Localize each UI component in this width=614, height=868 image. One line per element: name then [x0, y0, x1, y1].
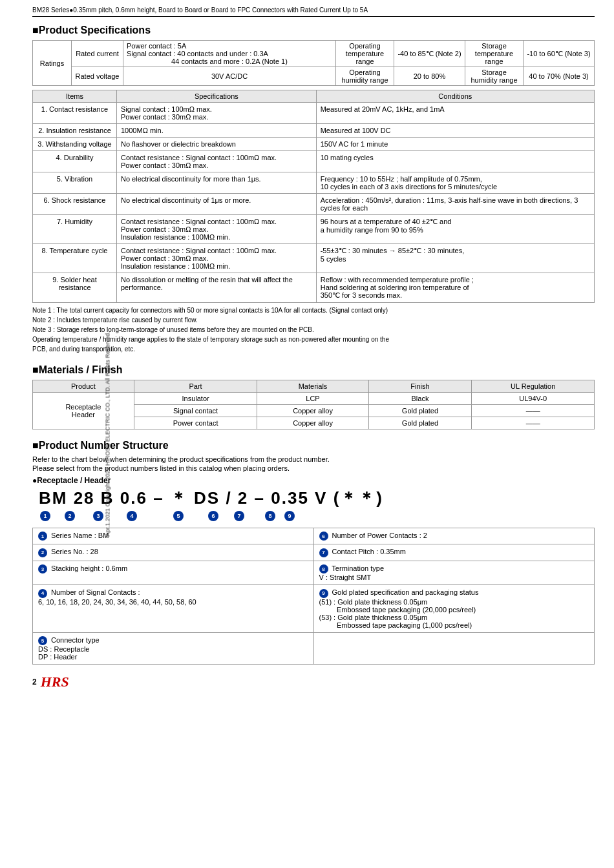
col-conditions: Conditions	[316, 90, 594, 103]
legend-circle-1: 1	[38, 532, 47, 541]
product-specs-title-text: ■Product Specifications	[32, 25, 151, 36]
legend-circle-4: 4	[38, 589, 47, 598]
note-line: PCB, and during transportation, etc.	[32, 344, 595, 354]
legend-label-2: Series No. : 28	[51, 548, 98, 555]
mat-row: ReceptacleHeaderInsulatorLCPBlackUL94V-0	[33, 393, 595, 405]
circle-9: 9	[284, 511, 295, 521]
mat-col-header: Part	[134, 380, 257, 393]
page-header: BM28 Series●0.35mm pitch, 0.6mm height, …	[32, 6, 595, 17]
mat-ul: ——	[472, 417, 595, 429]
legend-table: 1 Series Name : BM 6 Number of Power Con…	[32, 528, 595, 665]
spec-spec: Signal contact : 100mΩ max.Power contact…	[117, 103, 317, 124]
spec-spec: No dissolution or melting of the resin t…	[117, 273, 317, 303]
rc-val1: Power contact : 5A	[127, 42, 332, 50]
note-line: Operating temperature / humidity range a…	[32, 335, 595, 344]
vertical-side-text: Apr.1.2021 Copyright 2021 HIROSE ELECTRI…	[104, 332, 111, 537]
spec-spec: Contact resistance : Signal contact : 10…	[117, 215, 317, 244]
note-line: Note 1 : The total current capacity for …	[32, 305, 595, 315]
legend-cell-5b	[313, 632, 595, 665]
spec-row: 3. Withstanding voltageNo flashover or d…	[33, 138, 595, 151]
spec-item: 2. Insulation resistance	[33, 124, 117, 138]
legend-cell-2b: 7 Contact Pitch : 0.35mm	[313, 544, 595, 561]
product-number-section: ■Product Number Structure Refer to the c…	[32, 440, 595, 665]
spec-item: 4. Durability	[33, 151, 117, 172]
legend-circle-7: 7	[319, 548, 328, 557]
legend-row-1: 1 Series Name : BM 6 Number of Power Con…	[33, 528, 595, 544]
mat-ul: UL94V-0	[472, 393, 595, 405]
page-number: 2	[32, 677, 37, 687]
materials-finish-section: ■Materials / Finish ProductPartMaterials…	[32, 364, 595, 429]
legend-cell-5a: 5 Connector typeDS : ReceptacleDP : Head…	[33, 632, 314, 665]
legend-row-2: 2 Series No. : 28 7 Contact Pitch : 0.35…	[33, 544, 595, 561]
rated-voltage-label: Rated voltage	[72, 67, 123, 86]
op-hum-label: Operating humidity range	[336, 67, 394, 86]
spec-spec: No electrical discontinuity for more tha…	[117, 172, 317, 194]
spec-row: 5. VibrationNo electrical discontinuity …	[33, 172, 595, 194]
note-line: Note 2 : Includes temperature rise cause…	[32, 315, 595, 325]
op-hum-val: 20 to 80%	[394, 67, 465, 86]
stor-temp-label: Storage temperature range	[465, 41, 524, 67]
circle-5: 5	[173, 511, 184, 521]
circle-2: 2	[65, 511, 75, 521]
spec-item: 9. Solder heat resistance	[33, 273, 117, 303]
product-specs-section: ■Product Specifications Ratings Rated cu…	[32, 25, 595, 354]
rated-current-label: Rated current	[72, 41, 123, 67]
spec-item: 6. Shock resistance	[33, 194, 117, 215]
mat-ul: ——	[472, 405, 595, 417]
rated-voltage-val: 30V AC/DC	[123, 67, 336, 86]
pn-circle-row: 1 2 3 4 5 6 7 8 9	[32, 511, 595, 521]
col-items: Items	[33, 90, 117, 103]
legend-cell-1b: 6 Number of Power Contacts : 2	[313, 528, 595, 544]
pn-desc2: Please select from the product numbers l…	[32, 464, 595, 472]
legend-cell-2a: 2 Series No. : 28	[33, 544, 314, 561]
rc-val2: Signal contact : 40 contacts and under :…	[127, 50, 332, 57]
mat-part: Insulator	[134, 393, 257, 405]
mat-part: Signal contact	[134, 405, 257, 417]
spec-cond: 10 mating cycles	[316, 151, 594, 172]
legend-circle-9: 9	[319, 589, 328, 598]
legend-label-6: Number of Power Contacts : 2	[332, 532, 427, 539]
mat-col-header: Materials	[257, 380, 368, 393]
mat-finish: Black	[368, 393, 472, 405]
legend-cell-4a: 4 Number of Signal Contacts :6, 10, 16, …	[33, 585, 314, 633]
legend-circle-3: 3	[38, 564, 47, 574]
notes-section: Note 1 : The total current capacity for …	[32, 305, 595, 354]
ratings-table: Ratings Rated current Power contact : 5A…	[32, 40, 595, 86]
spec-row: 7. HumidityContact resistance : Signal c…	[33, 215, 595, 244]
pn-title: ■Product Number Structure	[32, 440, 595, 451]
stor-hum-val: 40 to 70% (Note 3)	[524, 67, 595, 86]
legend-label-9: Gold plated specification and packaging …	[319, 588, 479, 629]
mat-col-header: UL Regulation	[472, 380, 595, 393]
legend-circle-6: 6	[319, 532, 328, 541]
pn-desc1: Refer to the chart below when determinin…	[32, 455, 595, 463]
legend-row-5: 5 Connector typeDS : ReceptacleDP : Head…	[33, 632, 595, 665]
legend-label-1: Series Name : BM	[51, 532, 109, 539]
materials-title: ■Materials / Finish	[32, 364, 595, 376]
mat-part: Power contact	[134, 417, 257, 429]
spec-item: 7. Humidity	[33, 215, 117, 244]
note-line: Note 3 : Storage refers to long-term-sto…	[32, 325, 595, 335]
spec-spec: No flashover or dielectric breakdown	[117, 138, 317, 151]
pn-display: BM 28 B 0.6 – ＊ DS / 2 – 0.35 V (＊＊)	[32, 488, 595, 510]
legend-cell-1a: 1 Series Name : BM	[33, 528, 314, 544]
legend-cell-3a: 3 Stacking height : 0.6mm	[33, 561, 314, 585]
spec-item: 1. Contact resistance	[33, 103, 117, 124]
spec-row: 9. Solder heat resistanceNo dissolution …	[33, 273, 595, 303]
mat-col-header: Finish	[368, 380, 472, 393]
footer: 2 HRS	[32, 674, 595, 690]
mat-col-header: Product	[33, 380, 134, 393]
spec-row: 6. Shock resistanceNo electrical discont…	[33, 194, 595, 215]
spec-cond: 96 hours at a temperature of 40 ±2℃ anda…	[316, 215, 594, 244]
spec-cond: -55±3℃ : 30 minutes → 85±2℃ : 30 minutes…	[316, 244, 594, 273]
spec-item: 5. Vibration	[33, 172, 117, 194]
legend-label-7: Contact Pitch : 0.35mm	[332, 548, 406, 555]
legend-label-3: Stacking height : 0.6mm	[51, 564, 127, 572]
spec-cond: Reflow : with recommended temperature pr…	[316, 273, 594, 303]
product-specs-title: ■Product Specifications	[32, 25, 595, 36]
spec-row: 8. Temperature cycleContact resistance :…	[33, 244, 595, 273]
pn-title-text: ■Product Number Structure	[32, 440, 169, 451]
legend-circle-8: 8	[319, 564, 328, 574]
mat-finish: Gold plated	[368, 417, 472, 429]
spec-row: 4. DurabilityContact resistance : Signal…	[33, 151, 595, 172]
mat-material: LCP	[257, 393, 368, 405]
